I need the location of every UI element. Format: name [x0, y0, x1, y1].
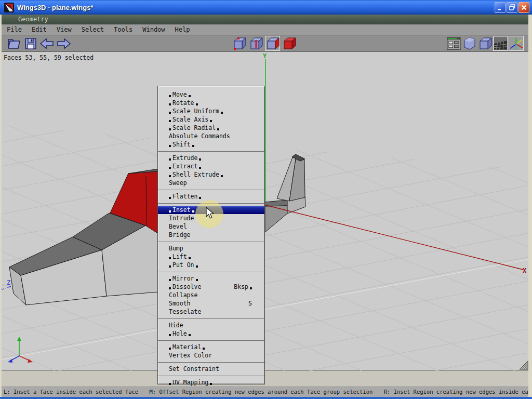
menu-item-bump[interactable]: Bump	[158, 244, 264, 252]
face-select-mode-button[interactable]	[265, 36, 280, 50]
edge-select-mode-button[interactable]	[249, 36, 263, 50]
client-area: Geometry FileEditViewSelectToolsWindowHe…	[2, 15, 528, 397]
menu-item-absolute-commands[interactable]: Absolute Commands	[158, 132, 264, 140]
menu-item-hide[interactable]: Hide	[158, 321, 264, 329]
restore-button[interactable]	[507, 2, 517, 13]
smooth-cube-icon	[462, 36, 476, 50]
forward-arrow-icon	[57, 38, 71, 49]
menu-item-flatten[interactable]: Flatten	[158, 192, 264, 201]
close-button[interactable]	[518, 2, 529, 13]
option-box-marker	[199, 158, 201, 161]
toolbar	[2, 35, 528, 52]
menu-item-label: Lift	[172, 252, 187, 261]
window-border-bottom	[0, 397, 532, 399]
menu-item-collapse[interactable]: Collapse	[158, 291, 264, 299]
menu-item-label: Dissolve	[172, 283, 201, 291]
status-left-click: L: Inset a face inside each selected fac…	[4, 389, 138, 395]
viewport-resize-grip[interactable]	[520, 361, 528, 369]
menu-item-label: Absolute Commands	[169, 132, 230, 140]
show-axes-button[interactable]	[509, 36, 523, 50]
menu-separator	[158, 242, 264, 242]
menu-item-tesselate[interactable]: Tesselate	[158, 308, 264, 316]
menu-item-hotkey: Bksp	[234, 283, 248, 291]
window-border-right	[528, 15, 532, 397]
option-box-marker	[169, 265, 171, 268]
option-box-marker	[221, 112, 223, 114]
menubar-item-tools[interactable]: Tools	[114, 26, 132, 33]
menu-separator	[158, 272, 264, 272]
menu-item-dissolve[interactable]: DissolveBksp	[158, 283, 264, 291]
plane-face[interactable]	[264, 200, 288, 206]
option-box-marker	[199, 167, 201, 169]
menu-separator	[158, 340, 264, 341]
menu-item-scale-axis[interactable]: Scale Axis	[158, 115, 264, 124]
body-select-mode-button[interactable]	[282, 36, 296, 50]
option-box-marker	[169, 334, 171, 336]
plane-model-tail	[264, 154, 305, 232]
menu-item-label: Scale Radial	[172, 124, 216, 132]
smooth-shaded-view-button[interactable]	[462, 36, 476, 50]
undo-back-button[interactable]	[40, 36, 54, 50]
redo-forward-button[interactable]	[57, 36, 71, 50]
open-folder-icon	[7, 37, 21, 50]
menu-item-label: Inset	[172, 206, 191, 214]
menu-item-shell-extrude[interactable]: Shell Extrude	[158, 170, 264, 179]
vertex-select-mode-button[interactable]	[232, 36, 246, 50]
menubar-item-select[interactable]: Select	[82, 26, 104, 33]
menu-separator	[158, 151, 264, 152]
back-arrow-icon	[40, 38, 54, 49]
menu-item-material[interactable]: Material	[158, 343, 264, 351]
menu-item-bridge[interactable]: Bridge	[158, 231, 264, 239]
menu-item-rotate[interactable]: Rotate	[158, 99, 264, 107]
minimize-button[interactable]	[495, 2, 506, 13]
menubar-item-view[interactable]: View	[57, 26, 72, 33]
y-axis-label: Y	[263, 52, 267, 60]
open-file-button[interactable]	[7, 36, 21, 50]
option-box-marker	[169, 210, 171, 212]
option-box-marker	[196, 265, 198, 268]
menubar-item-help[interactable]: Help	[175, 26, 190, 33]
menu-item-extract[interactable]: Extract	[158, 162, 264, 170]
menu-item-label: Flatten	[172, 192, 197, 201]
mouse-cursor	[206, 207, 214, 219]
menubar-item-file[interactable]: File	[7, 26, 22, 33]
menu-item-put-on[interactable]: Put On	[158, 261, 264, 269]
menu-item-label: Put On	[172, 261, 194, 269]
menu-item-vertex-color[interactable]: Vertex Color	[158, 351, 264, 360]
menu-item-scale-uniform[interactable]: Scale Uniform	[158, 107, 264, 115]
menu-item-set-constraint[interactable]: Set Constraint	[158, 365, 264, 373]
menu-separator	[158, 190, 264, 190]
menu-item-label: UV Mapping	[172, 378, 208, 387]
menu-item-lift[interactable]: Lift	[158, 252, 264, 261]
menu-item-uv-mapping[interactable]: UV Mapping	[158, 378, 264, 387]
option-box-marker	[169, 158, 171, 161]
menu-item-label: Tesselate	[169, 308, 201, 316]
menu-item-shift[interactable]: Shift	[158, 140, 264, 149]
menu-item-label: Mirror	[172, 274, 194, 283]
menu-item-hotkey: S	[248, 299, 252, 308]
title-bar[interactable]: Wings3D - plane.wings*	[0, 0, 532, 15]
menu-item-scale-radial[interactable]: Scale Radial	[158, 124, 264, 132]
wireframe-view-button[interactable]	[478, 36, 492, 50]
close-icon	[521, 5, 527, 10]
menu-item-label: Scale Axis	[172, 115, 208, 124]
minimize-icon	[497, 5, 503, 10]
view-options-button[interactable]	[447, 36, 461, 50]
menubar-item-window[interactable]: Window	[142, 26, 165, 33]
menu-item-mirror[interactable]: Mirror	[158, 274, 264, 283]
geometry-viewport[interactable]: Z Y	[2, 52, 528, 370]
save-file-button[interactable]	[23, 36, 37, 50]
app-icon	[4, 3, 14, 12]
axes-icon	[509, 36, 523, 50]
menu-item-sweep[interactable]: Sweep	[158, 179, 264, 187]
show-ground-plane-button[interactable]	[494, 36, 508, 50]
menu-item-extrude[interactable]: Extrude	[158, 154, 264, 162]
menu-item-label: Collapse	[169, 291, 197, 299]
menu-separator	[158, 362, 264, 363]
geometry-window-header[interactable]: Geometry	[2, 15, 528, 24]
menu-item-label: Extract	[172, 162, 197, 170]
menu-item-smooth[interactable]: SmoothS	[158, 299, 264, 308]
menubar-item-edit[interactable]: Edit	[32, 26, 47, 33]
menu-item-move[interactable]: Move	[158, 90, 264, 99]
menu-item-hole[interactable]: Hole	[158, 329, 264, 338]
